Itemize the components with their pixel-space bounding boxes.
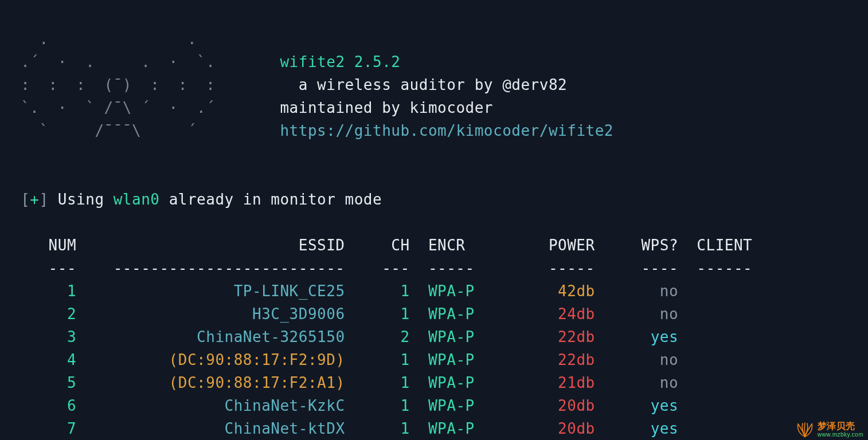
shell-icon — [796, 422, 814, 438]
watermark: 梦泽贝壳 www.mzbky.com — [796, 422, 863, 438]
watermark-text: 梦泽贝壳 — [818, 422, 863, 431]
app-byline: a wireless auditor by @derv82 — [299, 76, 567, 93]
table-row[interactable]: 4 (DC:90:88:17:F2:9D) 1 WPA-P 22db no — [11, 348, 851, 371]
table-row[interactable]: 1 TP-LINK_CE25 1 WPA-P 42db no — [11, 280, 851, 302]
ascii-line-1: .´ · . . · `. wifite2 2.5.2 — [11, 50, 851, 73]
app-title: wifite2 2.5.2 — [280, 53, 400, 70]
app-maintainer: maintained by kimocoder — [280, 99, 493, 116]
table-row[interactable]: 7 ChinaNet-ktDX 1 WPA-P 20db yes — [11, 417, 851, 440]
table-row[interactable]: 6 ChinaNet-KzkC 1 WPA-P 20db yes — [11, 394, 851, 417]
table-divider-row: --- ------------------------- --- ----- … — [11, 257, 851, 280]
table-body: 1 TP-LINK_CE25 1 WPA-P 42db no 2 H3C_3D9… — [11, 280, 851, 440]
status-line: [+] Using wlan0 already in monitor mode — [11, 188, 851, 211]
watermark-url: www.mzbky.com — [818, 432, 863, 438]
terminal-output: . . .´ · . . · `. wifite2 2.5.2 : : : (¯… — [0, 0, 868, 440]
table-header-row: NUM ESSID CH ENCR POWER WPS? CLIENT — [11, 234, 851, 257]
table-row[interactable]: 5 (DC:90:88:17:F2:A1) 1 WPA-P 21db no — [11, 371, 851, 394]
ascii-line-4: ` /¯¯¯\ ´ https://github.com/kimocoder/w… — [11, 119, 851, 142]
app-url[interactable]: https://github.com/kimocoder/wifite2 — [280, 122, 613, 139]
ascii-line-0: . . — [11, 28, 851, 50]
interface-name: wlan0 — [114, 191, 160, 208]
table-row[interactable]: 3 ChinaNet-3265150 2 WPA-P 22db yes — [11, 325, 851, 348]
ascii-line-3: `. · ` /¯\ ´ · .´ maintained by kimocode… — [11, 96, 851, 119]
ascii-line-2: : : : (¯) : : : a wireless auditor by @d… — [11, 73, 851, 96]
table-row[interactable]: 2 H3C_3D9006 1 WPA-P 24db no — [11, 302, 851, 325]
